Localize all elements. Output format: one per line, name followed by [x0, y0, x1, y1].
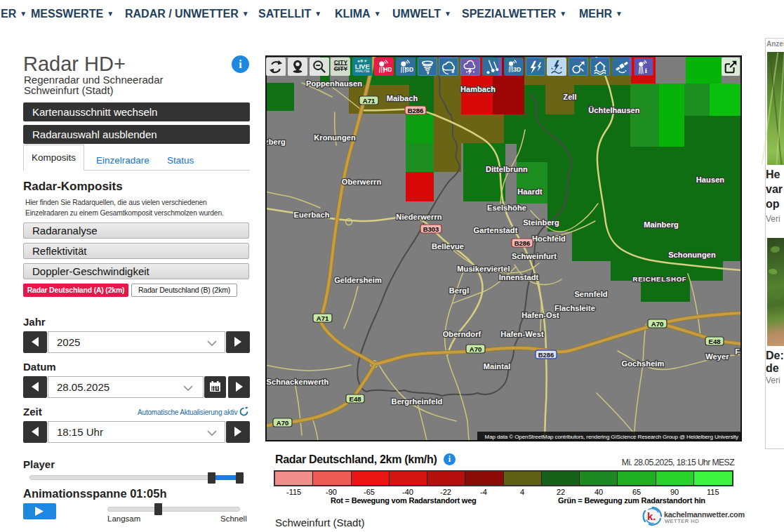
svg-text:Üchtelhausen: Üchtelhausen: [588, 106, 640, 114]
svg-text:B286: B286: [538, 351, 554, 359]
svg-text:Map data © OpenStreetMap contr: Map data © OpenStreetMap contributors, r…: [485, 434, 738, 440]
svg-text:Dittelbrunn: Dittelbrunn: [486, 165, 528, 173]
svg-text:Flachsleite: Flachsleite: [554, 304, 595, 312]
svg-text:Schnackenwerth: Schnackenwerth: [267, 378, 329, 386]
svg-text:i: i: [644, 66, 646, 74]
svg-text:zberg: zberg: [265, 138, 286, 146]
svg-text:Bellevue: Bellevue: [432, 242, 464, 251]
svg-text:HD: HD: [383, 66, 392, 73]
svg-text:Gartenstadt: Gartenstadt: [474, 226, 518, 234]
svg-text:Hausen: Hausen: [696, 175, 725, 184]
svg-text:A71: A71: [363, 97, 376, 105]
svg-text:REICHELSHOF: REICHELSHOF: [633, 275, 687, 283]
svg-text:E48: E48: [709, 338, 721, 345]
svg-text:A70: A70: [651, 320, 663, 328]
svg-text:Hambach: Hambach: [460, 85, 496, 93]
svg-text:Mainberg: Mainberg: [644, 220, 679, 229]
svg-text:A71: A71: [317, 314, 329, 322]
svg-text:Niederwerrn: Niederwerrn: [396, 213, 441, 221]
svg-text:Hochfeld: Hochfeld: [532, 234, 566, 243]
svg-text:B303: B303: [423, 225, 439, 233]
svg-text:Gochsheim: Gochsheim: [622, 359, 665, 368]
svg-text:Musikerviertel: Musikerviertel: [457, 265, 510, 273]
svg-text:Haardt: Haardt: [517, 187, 543, 196]
svg-text:Kronungen: Kronungen: [314, 133, 356, 142]
svg-text:Oberwerrn: Oberwerrn: [342, 178, 382, 186]
svg-text:E48: E48: [350, 395, 361, 403]
svg-text:Steinberg: Steinberg: [523, 218, 559, 227]
svg-text:Poppenhausen: Poppenhausen: [306, 79, 362, 88]
svg-text:Schweinfurt: Schweinfurt: [512, 252, 557, 260]
svg-text:Weyer: Weyer: [705, 352, 729, 361]
svg-text:A70: A70: [277, 419, 288, 427]
svg-text:Hafen-Ost: Hafen-Ost: [521, 311, 559, 319]
svg-text:B286: B286: [408, 107, 424, 114]
svg-text:3D: 3D: [513, 67, 521, 73]
svg-text:Bergrheinfeld: Bergrheinfeld: [392, 397, 443, 406]
svg-text:Sennfeld: Sennfeld: [574, 290, 607, 298]
svg-text:Euerbach: Euerbach: [294, 211, 330, 219]
svg-text:Maintal: Maintal: [484, 362, 511, 371]
svg-text:Schonungen: Schonungen: [668, 251, 716, 259]
svg-text:A70: A70: [470, 345, 481, 353]
svg-text:Maibach: Maibach: [387, 94, 418, 102]
svg-text:Hafen-West: Hafen-West: [500, 330, 544, 338]
svg-text:Zell: Zell: [563, 93, 576, 101]
svg-text:Oberndorf: Oberndorf: [443, 330, 481, 338]
svg-text:SD: SD: [405, 66, 413, 73]
svg-text:Innenstadt: Innenstadt: [499, 273, 539, 281]
svg-text:k.: k.: [647, 510, 656, 522]
svg-text:Eselshöhe: Eselshöhe: [487, 204, 526, 212]
svg-text:Bergl: Bergl: [449, 286, 470, 295]
svg-text:B286: B286: [514, 239, 531, 247]
svg-text:Geldersheim: Geldersheim: [334, 276, 382, 284]
